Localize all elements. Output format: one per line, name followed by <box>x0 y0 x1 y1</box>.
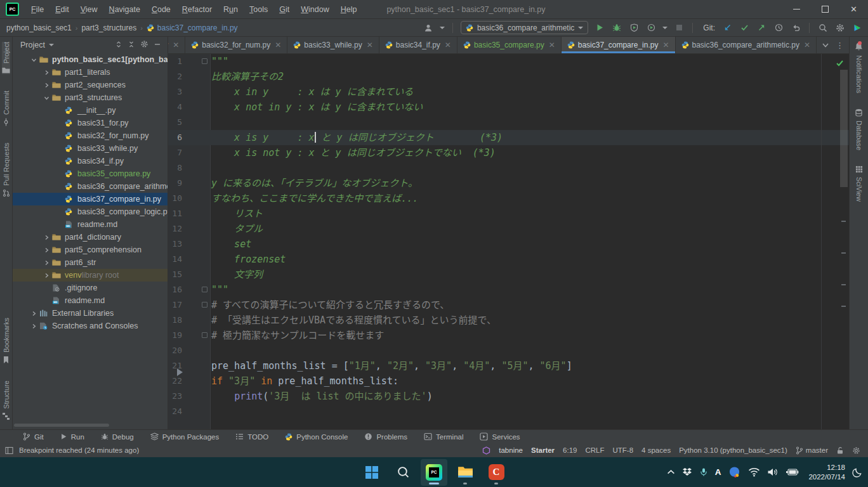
chevron-down-icon[interactable] <box>41 95 52 101</box>
tab-basic32-for-num-py[interactable]: basic32_for_num.py✕ <box>185 37 287 53</box>
breadcrumb-item-part3-structures[interactable]: part3_structures <box>81 23 136 32</box>
caret-position[interactable]: 6:19 <box>563 446 577 454</box>
menu-git[interactable]: Git <box>273 5 295 14</box>
tool-window-button-todo[interactable]: TODO <box>235 432 268 441</box>
fold-marker[interactable] <box>202 332 207 338</box>
menu-run[interactable]: Run <box>218 5 244 14</box>
user-menu-dropdown-icon[interactable] <box>440 27 445 29</box>
taskbar-camtasia-button[interactable]: C <box>483 459 510 486</box>
tab-basic33-while-py[interactable]: basic33_while.py✕ <box>287 37 379 53</box>
indent-style[interactable]: 4 spaces <box>641 446 671 454</box>
breadcrumb-item-python-basic-sec1[interactable]: python_basic_sec1 <box>6 23 72 32</box>
ime-indicator[interactable]: A <box>715 467 721 477</box>
collapse-all-icon[interactable] <box>128 41 135 48</box>
code-line-18[interactable]: 18# 「受講生はエクセルVBAである程度慣れている」という前提で、 <box>168 313 849 328</box>
tree-item-basic34-if-py[interactable]: basic34_if.py <box>13 155 168 167</box>
close-tab-icon[interactable]: ✕ <box>367 41 373 49</box>
chevron-right-icon[interactable] <box>28 323 39 329</box>
menu-window[interactable]: Window <box>295 5 334 14</box>
tray-microphone-icon[interactable] <box>699 467 708 477</box>
menu-help[interactable]: Help <box>335 5 363 14</box>
chevron-right-icon[interactable] <box>41 273 52 278</box>
close-tab-icon[interactable]: ✕ <box>275 41 281 49</box>
file-encoding[interactable]: UTF-8 <box>613 446 634 454</box>
taskbar-clock[interactable]: 12:182022/07/14 <box>808 463 845 482</box>
push-button[interactable] <box>756 22 767 34</box>
tool-stripe-commit[interactable]: Commit <box>2 91 10 126</box>
chevron-right-icon[interactable] <box>28 311 39 316</box>
code-line-19[interactable]: 19# 極力簡潔なサンプルコードを載せます <box>168 328 849 343</box>
code-editor[interactable]: 1"""2比較演算子その23 x in y : x は y に含まれている4 x… <box>168 54 849 429</box>
tool-stripe-database[interactable]: Database <box>855 108 863 150</box>
tool-stripe-bookmarks[interactable]: Bookmarks <box>3 318 10 364</box>
tool-stripe-notifications[interactable]: Notifications <box>854 42 864 93</box>
editor-scrollbar[interactable] <box>840 70 848 187</box>
code-line-12[interactable]: 12 タプル <box>168 221 849 237</box>
code-line-17[interactable]: 17# すべての演算子について紹介すると冗長すぎるので、 <box>168 297 849 313</box>
tabnine-button[interactable] <box>852 22 863 34</box>
code-line-9[interactable]: 9y に来るのは、「イテラブル」なオブジェクト。 <box>168 176 849 191</box>
tool-window-button-python-console[interactable]: Python Console <box>285 433 348 441</box>
code-line-24[interactable]: 24 <box>168 404 849 419</box>
tabnine-plan[interactable]: Starter <box>531 446 555 454</box>
chevron-right-icon[interactable] <box>41 247 52 253</box>
tree-item-gitignore[interactable]: .gitignore <box>13 282 168 294</box>
inspections-ok-icon[interactable] <box>836 59 844 67</box>
project-horizontal-scrollbar[interactable] <box>14 424 109 427</box>
tree-item-basic38-compare-logic-py[interactable]: basic38_compare_logic.py <box>13 205 168 218</box>
update-project-button[interactable] <box>721 22 733 34</box>
tab-31-for-py[interactable]: 31_for.py✕ <box>168 37 185 53</box>
code-line-11[interactable]: 11 リスト <box>168 206 849 221</box>
tool-stripe-structure[interactable]: Structure <box>2 380 10 420</box>
tray-dropbox-icon[interactable] <box>682 467 692 477</box>
sync-settings-icon[interactable] <box>852 446 860 455</box>
profiler-button[interactable] <box>645 22 657 34</box>
search-everywhere-button[interactable] <box>817 22 829 34</box>
code-line-5[interactable]: 5 <box>168 115 849 130</box>
tree-item-basic31-for-py[interactable]: basic31_for.py <box>13 117 168 129</box>
tree-item-part6-str[interactable]: part6_str <box>13 256 168 269</box>
tool-stripe-pull-requests[interactable]: Pull Requests <box>3 143 10 197</box>
tree-item-scratches-and-consoles[interactable]: Scratches and Consoles <box>13 320 168 332</box>
code-line-2[interactable]: 2比較演算子その2 <box>168 69 849 84</box>
tool-window-button-terminal[interactable]: Terminal <box>424 432 463 441</box>
tray-wifi-icon[interactable] <box>748 467 760 477</box>
code-line-10[interactable]: 10すなわち、ここまでに学んできた中で言えば... <box>168 191 849 206</box>
chevron-right-icon[interactable] <box>41 70 52 75</box>
close-tab-icon[interactable]: ✕ <box>662 41 669 49</box>
code-line-14[interactable]: 14 frozenset <box>168 252 849 267</box>
tree-item-basic32-for-num-py[interactable]: basic32_for_num.py <box>13 129 168 142</box>
code-line-16[interactable]: 16""" <box>168 282 849 297</box>
settings-button[interactable] <box>834 22 846 34</box>
menu-edit[interactable]: Edit <box>49 5 75 14</box>
unlock-icon[interactable] <box>836 446 844 455</box>
hidden-tabs-dropdown-icon[interactable] <box>822 41 829 49</box>
code-line-15[interactable]: 15 文字列 <box>168 267 849 282</box>
tree-item-init-py[interactable]: __init__.py <box>13 104 168 117</box>
chevron-right-icon[interactable] <box>41 260 52 266</box>
stop-button[interactable] <box>673 22 685 34</box>
code-line-7[interactable]: 7 x is not y : x と y は同じオブジェクトでない (*3) <box>168 145 849 160</box>
tool-stripe-project[interactable]: Project <box>2 42 10 74</box>
code-line-4[interactable]: 4 x not in y : x は y に含まれていない <box>168 100 849 115</box>
tree-item-part2-sequences[interactable]: part2_sequences <box>13 79 168 91</box>
chevron-right-icon[interactable] <box>41 235 52 240</box>
tree-item-readme-md[interactable]: MDreadme.md <box>13 294 168 307</box>
menu-file[interactable]: File <box>25 5 49 14</box>
close-tab-icon[interactable]: ✕ <box>445 41 451 49</box>
python-interpreter[interactable]: Python 3.10 (python_basic_sec1) <box>679 446 787 454</box>
code-line-13[interactable]: 13 set <box>168 237 849 252</box>
project-view-dropdown-icon[interactable] <box>49 44 54 46</box>
menu-tools[interactable]: Tools <box>244 5 273 14</box>
tool-window-button-run[interactable]: Run <box>60 433 84 441</box>
chevron-right-icon[interactable] <box>41 82 52 88</box>
menu-view[interactable]: View <box>75 5 103 14</box>
tree-item-venv[interactable]: venv library root <box>13 269 168 282</box>
tray-hidden-icons-icon[interactable] <box>667 469 675 475</box>
run-button[interactable] <box>594 22 605 34</box>
tab-basic35-compare-py[interactable]: basic35_compare.py✕ <box>457 37 562 53</box>
tree-item-python-basic-sec1[interactable]: python_basic_sec1 [python_basic] D:¥p <box>13 53 168 66</box>
close-tab-icon[interactable]: ✕ <box>173 41 179 49</box>
profiler-dropdown-icon[interactable] <box>662 27 667 29</box>
code-line-23[interactable]: 23 print('3月 は list の中にありました') <box>168 389 849 404</box>
